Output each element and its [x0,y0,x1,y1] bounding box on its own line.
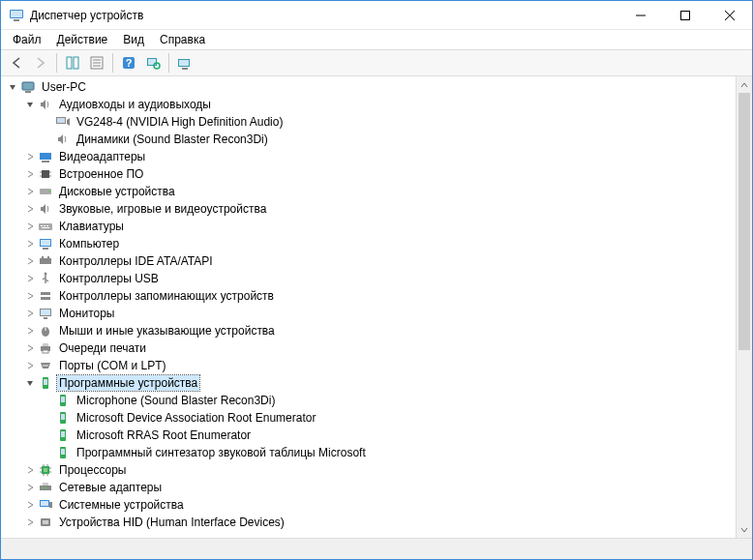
chevron-down-icon[interactable] [24,377,36,389]
scroll-track[interactable] [737,93,752,521]
chevron-right-icon[interactable] [24,151,36,162]
category-sound[interactable]: Звуковые, игровые и видеоустройства [22,200,736,218]
help-button[interactable]: ? [117,51,140,74]
svg-rect-8 [74,57,78,69]
tree-label: Клавиатуры [57,219,126,234]
show-hide-console-button[interactable] [61,51,84,74]
device-item[interactable]: Microphone (Sound Blaster Recon3Di) [40,392,736,409]
software-device-icon [55,410,71,426]
display-adapter-icon [38,149,53,164]
category-audio[interactable]: Аудиовходы и аудиовыходы [22,96,736,113]
tree-label: Контроллеры запоминающих устройств [57,288,276,304]
scroll-down-button[interactable] [737,521,752,538]
scroll-thumb[interactable] [738,93,750,350]
chevron-down-icon[interactable] [7,81,18,93]
svg-rect-22 [25,91,31,93]
category-mice[interactable]: Мыши и иные указывающие устройства [22,322,736,339]
properties-button[interactable] [85,51,108,74]
device-item[interactable]: VG248-4 (NVIDIA High Definition Audio) [40,113,736,131]
category-software-devices[interactable]: Программные устройства [22,374,736,392]
device-item[interactable]: Программный синтезатор звуковой таблицы … [40,444,736,461]
vertical-scrollbar[interactable] [736,76,752,538]
content-area: User-PC Аудиовходы и аудиовыходы VG248-4… [1,76,752,538]
tree-label: Встроенное ПО [57,166,145,182]
chevron-right-icon[interactable] [24,290,36,302]
svg-rect-81 [43,483,48,486]
chevron-right-icon[interactable] [24,464,36,476]
svg-rect-67 [61,431,65,437]
close-button[interactable] [708,1,752,30]
forward-button[interactable] [29,51,52,74]
tree-label: Программные устройства [57,375,199,391]
category-print-queues[interactable]: Очереди печати [22,339,736,357]
chevron-right-icon[interactable] [24,168,36,180]
tree-label: Порты (COM и LPT) [57,358,168,373]
chevron-right-icon[interactable] [24,273,36,284]
show-hidden-button[interactable] [173,51,196,74]
maximize-button[interactable] [663,1,708,30]
svg-rect-2 [14,19,19,21]
category-usb[interactable]: Контроллеры USB [22,270,736,287]
svg-rect-61 [44,379,47,385]
svg-rect-44 [47,256,49,258]
minimize-button[interactable] [618,1,663,30]
svg-rect-82 [42,487,44,488]
tree-label: Звуковые, игровые и видеоустройства [57,201,268,217]
chevron-right-icon[interactable] [24,342,36,354]
scroll-up-button[interactable] [737,76,752,93]
chevron-right-icon[interactable] [24,360,36,371]
chevron-right-icon[interactable] [24,499,36,511]
chevron-right-icon[interactable] [24,186,36,197]
device-item[interactable]: Microsoft Device Association Root Enumer… [40,409,736,427]
chevron-right-icon[interactable] [24,221,36,232]
chevron-right-icon[interactable] [24,255,36,267]
category-storage-controllers[interactable]: Контроллеры запоминающих устройств [22,287,736,305]
menu-action[interactable]: Действие [49,31,116,48]
category-video[interactable]: Видеоадаптеры [22,148,736,165]
menu-file[interactable]: Файл [5,31,49,48]
svg-rect-40 [41,240,50,246]
category-keyboards[interactable]: Клавиатуры [22,218,736,235]
tree-label: Процессоры [57,462,129,478]
category-system[interactable]: Системные устройства [22,496,736,514]
network-icon [38,480,53,495]
chevron-right-icon[interactable] [24,325,36,337]
category-monitors[interactable]: Мониторы [22,305,736,322]
back-button[interactable] [5,51,28,74]
tree-label: Microsoft RRAS Root Enumerator [75,427,253,443]
device-tree[interactable]: User-PC Аудиовходы и аудиовыходы VG248-4… [1,76,736,538]
category-disk[interactable]: Дисковые устройства [22,183,736,200]
menu-view[interactable]: Вид [115,31,152,48]
category-computer[interactable]: Компьютер [22,235,736,252]
category-firmware[interactable]: Встроенное ПО [22,165,736,183]
category-network[interactable]: Сетевые адаптеры [22,479,736,496]
speaker-icon [55,132,71,147]
menu-help[interactable]: Справка [152,31,213,48]
tree-label: User-PC [40,79,88,95]
category-ide[interactable]: Контроллеры IDE ATA/ATAPI [22,252,736,270]
svg-rect-43 [42,256,44,258]
tree-label: Компьютер [57,236,121,251]
category-hid[interactable]: Устройства HID (Human Interface Devices) [22,514,736,531]
device-item[interactable]: Microsoft RRAS Root Enumerator [40,427,736,444]
system-icon [38,497,53,513]
chevron-right-icon[interactable] [24,482,36,493]
tree-label: Программный синтезатор звуковой таблицы … [75,445,368,460]
chevron-right-icon[interactable] [24,308,36,319]
chevron-down-icon[interactable] [24,99,36,110]
svg-rect-24 [57,118,65,123]
svg-rect-47 [41,292,50,295]
chevron-right-icon[interactable] [24,203,36,215]
device-item[interactable]: Динамики (Sound Blaster Recon3Di) [40,131,736,148]
svg-rect-83 [45,487,46,488]
tree-root[interactable]: User-PC [5,78,736,96]
chevron-right-icon[interactable] [24,238,36,250]
category-ports[interactable]: Порты (COM и LPT) [22,357,736,374]
svg-rect-34 [39,223,52,230]
usb-icon [38,271,53,286]
category-processors[interactable]: Процессоры [22,461,736,479]
tree-label: Аудиовходы и аудиовыходы [57,97,213,112]
scan-hardware-button[interactable] [141,51,165,74]
chevron-right-icon[interactable] [24,516,36,528]
computer-icon [20,79,36,95]
